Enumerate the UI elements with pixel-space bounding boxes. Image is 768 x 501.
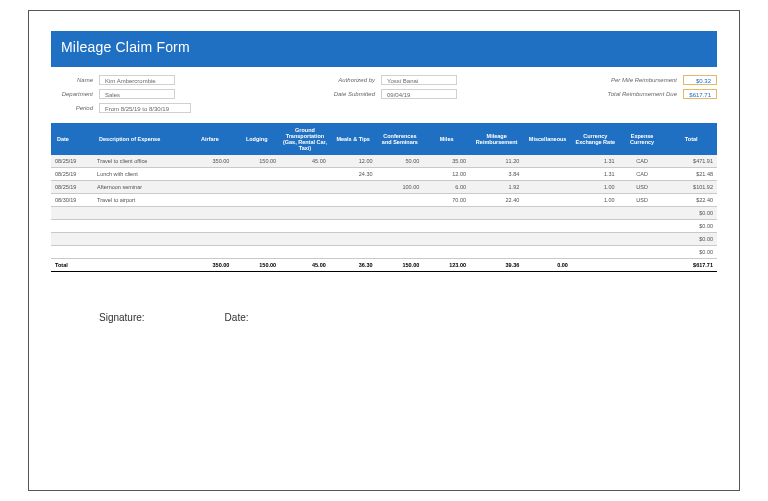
th-airfare: Airfare (187, 123, 234, 155)
cell-lodging (233, 194, 280, 207)
cell-miles: 12.00 (423, 168, 470, 181)
meta-section: Name Kim Ambercrombie Department Sales P… (51, 75, 717, 113)
cell-meals (330, 220, 377, 233)
th-curr: Expense Currency (619, 123, 666, 155)
cell-misc (523, 233, 572, 246)
total-meals: 36.30 (330, 259, 377, 272)
cell-desc: Afternoon seminar (93, 181, 187, 194)
cell-ground (280, 220, 330, 233)
total-ground: 45.00 (280, 259, 330, 272)
signature-row: Signature: Date: (99, 312, 717, 323)
table-row: 08/25/19Lunch with client24.3012.003.841… (51, 168, 717, 181)
cell-date: 08/25/19 (51, 168, 93, 181)
cell-rate (572, 220, 619, 233)
cell-conf: 50.00 (377, 155, 424, 168)
cell-lodging (233, 207, 280, 220)
cell-desc (93, 207, 187, 220)
cell-ground (280, 181, 330, 194)
cell-date: 08/25/19 (51, 155, 93, 168)
cell-miles (423, 233, 470, 246)
cell-mileage (470, 207, 523, 220)
th-lodging: Lodging (233, 123, 280, 155)
th-date: Date (51, 123, 93, 155)
cell-misc (523, 181, 572, 194)
cell-airfare (187, 207, 234, 220)
table-row-empty: $0.00 (51, 220, 717, 233)
cell-curr: USD (619, 194, 666, 207)
cell-curr (619, 233, 666, 246)
cell-ground (280, 168, 330, 181)
cell-mileage: 22.40 (470, 194, 523, 207)
cell-meals: 24.30 (330, 168, 377, 181)
cell-rate: 1.00 (572, 194, 619, 207)
cell-rate (572, 246, 619, 259)
cell-rate (572, 233, 619, 246)
cell-lodging (233, 181, 280, 194)
cell-curr (619, 207, 666, 220)
cell-miles: 6.00 (423, 181, 470, 194)
table-row-empty: $0.00 (51, 246, 717, 259)
cell-meals (330, 233, 377, 246)
authorized-label: Authorized by (319, 77, 375, 83)
cell-misc (523, 207, 572, 220)
period-label: Period (51, 105, 93, 111)
cell-date (51, 233, 93, 246)
cell-ground: 45.00 (280, 155, 330, 168)
th-total: Total (665, 123, 717, 155)
cell-curr (619, 246, 666, 259)
cell-desc (93, 233, 187, 246)
cell-conf (377, 233, 424, 246)
cell-miles (423, 207, 470, 220)
per-mile-value: $0.32 (683, 75, 717, 85)
th-desc: Description of Expense (93, 123, 187, 155)
cell-date: 08/25/19 (51, 181, 93, 194)
cell-curr: CAD (619, 155, 666, 168)
cell-airfare: 350.00 (187, 155, 234, 168)
cell-total: $0.00 (665, 233, 717, 246)
expense-table: Date Description of Expense Airfare Lodg… (51, 123, 717, 272)
cell-mileage (470, 233, 523, 246)
cell-lodging (233, 168, 280, 181)
cell-total: $0.00 (665, 207, 717, 220)
cell-lodging: 150.00 (233, 155, 280, 168)
cell-total: $0.00 (665, 220, 717, 233)
cell-desc (93, 220, 187, 233)
cell-lodging (233, 246, 280, 259)
th-meals: Meals & Tips (330, 123, 377, 155)
cell-miles (423, 220, 470, 233)
cell-meals: 12.00 (330, 155, 377, 168)
total-desc (93, 259, 187, 272)
cell-date (51, 220, 93, 233)
name-value: Kim Ambercrombie (99, 75, 175, 85)
total-conf: 150.00 (377, 259, 424, 272)
cell-miles: 35.00 (423, 155, 470, 168)
cell-conf (377, 220, 424, 233)
cell-date: 08/30/19 (51, 194, 93, 207)
total-mileage: 39.36 (470, 259, 523, 272)
table-row-total: Total350.00150.0045.0036.30150.00123.003… (51, 259, 717, 272)
total-due-value: $617.71 (683, 89, 717, 99)
cell-mileage (470, 220, 523, 233)
cell-desc: Lunch with client (93, 168, 187, 181)
name-label: Name (51, 77, 93, 83)
cell-date (51, 207, 93, 220)
cell-airfare (187, 168, 234, 181)
th-misc: Miscellaneous (523, 123, 572, 155)
cell-curr (619, 220, 666, 233)
table-row: 08/25/19Afternoon seminar100.006.001.921… (51, 181, 717, 194)
cell-rate (572, 207, 619, 220)
cell-airfare (187, 220, 234, 233)
department-value: Sales (99, 89, 175, 99)
cell-total: $21.48 (665, 168, 717, 181)
total-curr (619, 259, 666, 272)
th-rate: Currency Exchange Rate (572, 123, 619, 155)
th-miles: Miles (423, 123, 470, 155)
cell-conf (377, 207, 424, 220)
form-title: Mileage Claim Form (51, 31, 717, 67)
cell-airfare (187, 246, 234, 259)
cell-airfare (187, 181, 234, 194)
table-row-empty: $0.00 (51, 233, 717, 246)
date-submitted-label: Date Submitted (319, 91, 375, 97)
cell-misc (523, 168, 572, 181)
department-label: Department (51, 91, 93, 97)
